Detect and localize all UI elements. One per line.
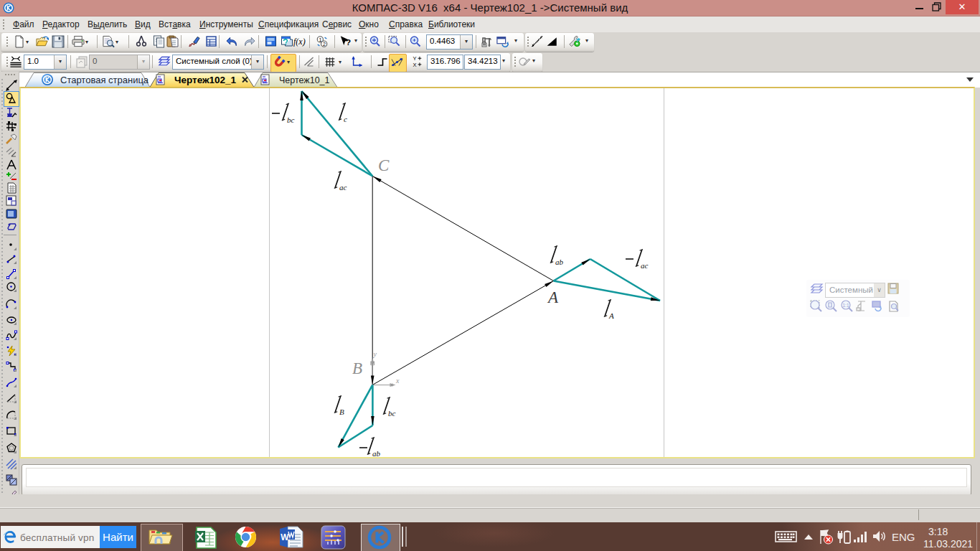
svg-text:A: A (608, 311, 614, 320)
svg-text:B: B (352, 359, 362, 377)
svg-text:c: c (344, 115, 347, 123)
svg-text:Стартовая страница: Стартовая страница (60, 75, 149, 85)
svg-text:C: C (378, 156, 390, 174)
svg-text:W: W (281, 532, 289, 542)
svg-text:A: A (547, 288, 559, 306)
svg-text:Чертеж102_1: Чертеж102_1 (174, 75, 237, 85)
svg-text:Y: Y (413, 55, 416, 62)
svg-text:B: B (339, 408, 344, 416)
svg-text:bc: bc (287, 116, 295, 124)
svg-text:2: 2 (323, 41, 326, 47)
svg-text:x: x (395, 377, 400, 385)
svg-text:?: ? (346, 37, 351, 47)
svg-text:y: y (373, 350, 377, 358)
svg-text:1: 1 (319, 37, 322, 43)
svg-text:ab: ab (372, 449, 381, 457)
svg-text:Чертеж10_1: Чертеж10_1 (279, 75, 330, 85)
svg-text:ac: ac (641, 261, 649, 270)
svg-text:X: X (413, 62, 416, 68)
svg-text:ab: ab (555, 258, 564, 266)
svg-text:ac: ac (339, 183, 347, 192)
svg-text:f(x): f(x) (293, 37, 306, 47)
svg-text:1:1: 1:1 (843, 303, 849, 308)
svg-text:bc: bc (388, 409, 396, 418)
